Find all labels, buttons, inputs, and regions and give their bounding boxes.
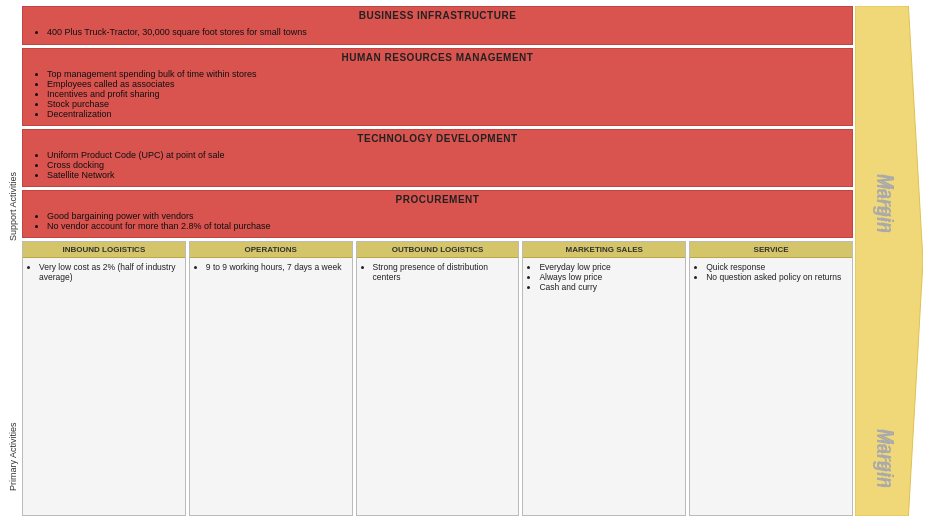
operations-item-1: 9 to 9 working hours, 7 days a week [206, 262, 347, 272]
outbound-logistics-block: OUTBOUND LOGISTICS Strong presence of di… [356, 241, 520, 516]
operations-header: OPERATIONS [190, 242, 352, 258]
margin-arrow [855, 6, 923, 516]
hr-item-2: Employees called as associates [47, 79, 842, 89]
marketing-sales-block: MARKETING SALES Everyday low price Alway… [522, 241, 686, 516]
procurement-item-2: No vendor account for more than 2.8% of … [47, 221, 842, 231]
marketing-item-1: Everyday low price [539, 262, 680, 272]
inbound-logistics-block: INBOUND LOGISTICS Very low cost as 2% (h… [22, 241, 186, 516]
tech-item-1: Uniform Product Code (UPC) at point of s… [47, 150, 842, 160]
hr-item-4: Stock purchase [47, 99, 842, 109]
hr-item-1: Top management spending bulk of time wit… [47, 69, 842, 79]
procurement-block: PROCUREMENT Good bargaining power with v… [22, 190, 853, 238]
hr-item-3: Incentives and profit sharing [47, 89, 842, 99]
business-infrastructure-header: BUSINESS INFRASTRUCTURE [23, 7, 852, 24]
inbound-logistics-header: INBOUND LOGISTICS [23, 242, 185, 258]
procurement-header: PROCUREMENT [23, 191, 852, 208]
primary-activities-label: Primary Activities [4, 402, 22, 512]
tech-item-2: Cross docking [47, 160, 842, 170]
marketing-item-2: Always low price [539, 272, 680, 282]
outbound-item-1: Strong presence of distribution centers [373, 262, 514, 282]
technology-header: TECHNOLOGY DEVELOPMENT [23, 130, 852, 147]
support-activities-label: Support Activities [4, 10, 22, 402]
marketing-sales-header: MARKETING SALES [523, 242, 685, 258]
marketing-item-3: Cash and curry [539, 282, 680, 292]
inbound-item-1: Very low cost as 2% (half of industry av… [39, 262, 180, 282]
tech-item-3: Satellite Network [47, 170, 842, 180]
hr-item-5: Decentralization [47, 109, 842, 119]
human-resources-block: HUMAN RESOURCES MANAGEMENT Top managemen… [22, 48, 853, 126]
service-block: SERVICE Quick response No question asked… [689, 241, 853, 516]
technology-block: TECHNOLOGY DEVELOPMENT Uniform Product C… [22, 129, 853, 187]
service-item-1: Quick response [706, 262, 847, 272]
operations-block: OPERATIONS 9 to 9 working hours, 7 days … [189, 241, 353, 516]
outbound-logistics-header: OUTBOUND LOGISTICS [357, 242, 519, 258]
service-header: SERVICE [690, 242, 852, 258]
business-infra-item-1: 400 Plus Truck-Tractor, 30,000 square fo… [47, 27, 842, 37]
service-item-2: No question asked policy on returns [706, 272, 847, 282]
procurement-item-1: Good bargaining power with vendors [47, 211, 842, 221]
svg-marker-0 [855, 6, 923, 516]
business-infrastructure-block: BUSINESS INFRASTRUCTURE 400 Plus Truck-T… [22, 6, 853, 45]
human-resources-header: HUMAN RESOURCES MANAGEMENT [23, 49, 852, 66]
